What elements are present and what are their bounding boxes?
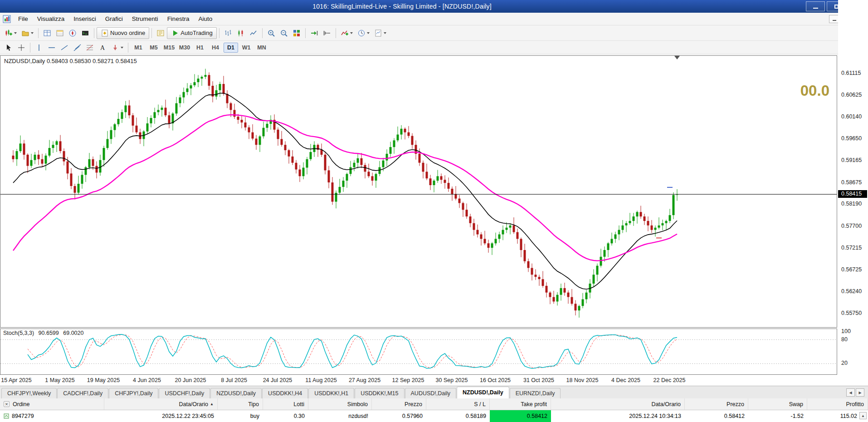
column-header-profitto[interactable]: Profitto <box>807 398 868 410</box>
timeframe-w1-button[interactable]: W1 <box>239 43 254 53</box>
menu-item-file[interactable]: File <box>14 13 33 25</box>
indicators-icon <box>341 29 349 37</box>
toolbar-separator <box>128 43 128 53</box>
date-axis-label: 22 Dec 2025 <box>650 377 688 383</box>
stochastic-axis-label: 20 <box>841 360 848 366</box>
templates-button[interactable] <box>372 27 389 39</box>
chart-tab-audusd-daily[interactable]: AUDUSD!,Daily <box>405 388 457 398</box>
menu-item-strumenti[interactable]: Strumenti <box>127 13 163 25</box>
chart-tab-chfjpy-weekly[interactable]: CHFJPY!,Weekly <box>1 388 57 398</box>
chart-tab-usddkk-h1[interactable]: USDDKK!,H1 <box>308 388 354 398</box>
toolbar-separator <box>38 28 39 38</box>
column-header-data-orario-open[interactable]: Data/Orario ▲ <box>104 398 218 410</box>
column-header-label: Data/Orario <box>179 401 208 407</box>
candle-mode-button[interactable] <box>234 27 247 39</box>
timeframe-mn-button[interactable]: MN <box>254 43 269 53</box>
trendline-tool-button[interactable] <box>58 42 71 54</box>
new-chart-button[interactable] <box>2 27 19 39</box>
menu-item-aiuto[interactable]: Aiuto <box>194 13 217 25</box>
date-axis[interactable]: 15 Apr 20251 May 202519 May 20254 Jun 20… <box>0 376 837 386</box>
menu-item-inserisci[interactable]: Inserisci <box>69 13 101 25</box>
timeframe-h4-button[interactable]: H4 <box>208 43 223 53</box>
column-header-simbolo[interactable]: Simbolo <box>308 398 372 410</box>
chart-tab-chfjpy-daily[interactable]: CHFJPY!,Daily <box>109 388 158 398</box>
chart-tab-nzdusd-daily[interactable]: NZDUSD!,Daily <box>210 388 262 398</box>
chart-tab-usdchf-daily[interactable]: USDCHF!,Daily <box>159 388 210 398</box>
column-header-prezzo-open[interactable]: Prezzo <box>372 398 426 410</box>
horizontal-line-tool-button[interactable] <box>45 42 58 54</box>
order-id: 8947279 <box>12 413 34 419</box>
column-header-label: Data/Orario <box>651 401 681 407</box>
tabs-scroll-left-button[interactable]: ◀ <box>846 388 855 397</box>
bar-chart-mode-button[interactable] <box>222 27 234 39</box>
order-id-cell: 8947279 <box>0 410 104 422</box>
chart-shift-button[interactable] <box>321 27 333 39</box>
chart-shift-marker[interactable] <box>674 56 680 59</box>
text-tool-button[interactable]: A <box>96 42 109 54</box>
column-header-ordine[interactable]: ✕ Ordine <box>0 398 104 410</box>
price-axis[interactable]: 0.58415 0.611150.606250.601400.596500.59… <box>838 0 868 387</box>
menu-item-visualizza[interactable]: Visualizza <box>33 13 69 25</box>
column-header-swap[interactable]: Swap <box>748 398 807 410</box>
zoom-out-button[interactable] <box>278 27 290 39</box>
timeframe-h1-button[interactable]: H1 <box>193 43 207 53</box>
price-axis-label: 0.57700 <box>841 223 862 229</box>
timeframe-m5-button[interactable]: M5 <box>146 43 161 53</box>
stochastic-axis-label: 80 <box>841 336 848 343</box>
autotrading-button[interactable]: AutoTrading <box>167 27 216 39</box>
crosshair-tool-button[interactable] <box>15 42 28 54</box>
profiles-button[interactable] <box>19 27 36 39</box>
new-order-button[interactable]: Nuovo ordine <box>97 27 149 39</box>
chart-tab-cadchf-daily[interactable]: CADCHF!,Daily <box>57 388 108 398</box>
terminal-panel-icon <box>81 29 89 37</box>
column-header-data-orario-close[interactable]: Data/Orario <box>551 398 685 410</box>
column-header-sl[interactable]: S / L <box>426 398 490 410</box>
column-header-prezzo-close[interactable]: Prezzo <box>685 398 748 410</box>
column-header-take-profit[interactable]: Take profit <box>490 398 551 410</box>
date-axis-label: 16 Oct 2025 <box>476 377 514 383</box>
tile-windows-button[interactable] <box>290 27 303 39</box>
price-chart-area[interactable]: NZDUSD!,Daily 0.58403 0.58530 0.58271 0.… <box>0 55 837 328</box>
column-header-tipo[interactable]: Tipo <box>218 398 263 410</box>
line-mode-button[interactable] <box>247 27 260 39</box>
terminal-close-icon[interactable]: ✕ <box>4 401 10 407</box>
indicators-button[interactable] <box>338 27 355 39</box>
chart-tab-nzdusd-daily[interactable]: NZDUSD!,Daily <box>457 387 509 398</box>
take-profit-cell: 0.58412 <box>490 410 551 422</box>
minimize-button[interactable] <box>806 1 825 11</box>
price-axis-label: 0.59650 <box>841 135 862 142</box>
stochastic-axis-label: 100 <box>841 328 851 334</box>
navigator-button[interactable] <box>66 27 79 39</box>
arrows-tool-button[interactable] <box>109 42 126 54</box>
stochastic-indicator-pane[interactable]: Stoch(5,3,3) 90.6599 69.0020 <box>0 329 837 375</box>
data-window-button[interactable] <box>54 27 66 39</box>
chart-tab-eurnzd-daily[interactable]: EURNZD!,Daily <box>510 388 561 398</box>
fibonacci-tool-button[interactable] <box>83 42 96 54</box>
auto-scroll-button[interactable] <box>308 27 321 39</box>
trade-row[interactable]: 8947279 2025.12.22 23:45:05 buy 0.30 nzd… <box>0 410 868 422</box>
indicators-caret-icon <box>350 32 353 34</box>
channel-tool-button[interactable] <box>71 42 83 54</box>
metaeditor-button[interactable] <box>154 27 167 39</box>
cursor-tool-button[interactable] <box>2 42 15 54</box>
date-axis-label: 31 Oct 2025 <box>520 377 558 383</box>
timeframe-m1-button[interactable]: M1 <box>131 43 146 53</box>
templates-icon <box>374 29 382 37</box>
chart-tab-usddkk-h4[interactable]: USDDKK!,H4 <box>262 388 308 398</box>
menu-item-finestra[interactable]: Finestra <box>163 13 194 25</box>
vertical-line-tool-button[interactable] <box>33 42 45 54</box>
open-time-cell: 2025.12.22 23:45:05 <box>104 410 218 422</box>
terminal-panel-button[interactable] <box>79 27 92 39</box>
tabs-scroll-right-button[interactable]: ▶ <box>856 388 864 397</box>
zoom-in-button[interactable] <box>265 27 278 39</box>
timeframe-d1-button[interactable]: D1 <box>224 43 238 53</box>
timeframe-m30-button[interactable]: M30 <box>177 43 192 53</box>
terminal-scroll-up-button[interactable]: ▲ <box>859 412 867 419</box>
column-header-lotti[interactable]: Lotti <box>263 398 308 410</box>
column-header-label: Simbolo <box>347 401 368 407</box>
timeframe-m15-button[interactable]: M15 <box>162 43 176 53</box>
periods-button[interactable] <box>355 27 372 39</box>
chart-tab-usddkk-m15[interactable]: USDDKK!,M15 <box>355 388 404 398</box>
menu-item-grafici[interactable]: Grafici <box>101 13 127 25</box>
market-watch-button[interactable] <box>41 27 54 39</box>
